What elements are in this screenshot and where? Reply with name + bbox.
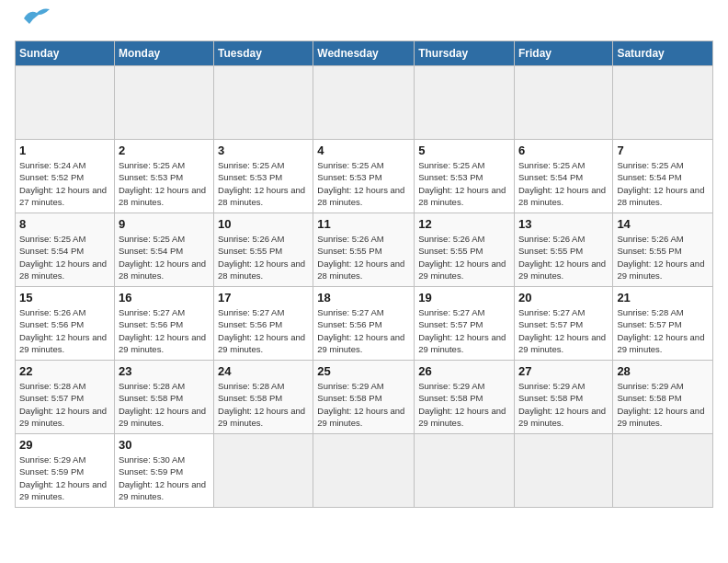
day-number: 3 (218, 144, 309, 157)
calendar-cell: 29Sunrise: 5:29 AMSunset: 5:59 PMDayligh… (16, 434, 115, 508)
day-detail: Sunrise: 5:25 AMSunset: 5:53 PMDaylight:… (317, 159, 410, 208)
day-number: 6 (518, 144, 609, 157)
calendar-cell (415, 66, 515, 140)
day-number: 5 (418, 144, 510, 157)
calendar-cell: 8Sunrise: 5:25 AMSunset: 5:54 PMDaylight… (16, 213, 115, 287)
calendar-cell (313, 434, 415, 508)
day-detail: Sunrise: 5:27 AMSunset: 5:57 PMDaylight:… (418, 306, 510, 355)
day-number: 13 (518, 217, 609, 231)
day-number: 9 (119, 217, 210, 231)
calendar-cell (415, 434, 515, 508)
day-number: 27 (518, 364, 609, 378)
calendar-cell: 21Sunrise: 5:28 AMSunset: 5:57 PMDayligh… (613, 287, 713, 361)
calendar-cell: 1Sunrise: 5:24 AMSunset: 5:52 PMDaylight… (16, 140, 115, 213)
day-number: 10 (218, 217, 309, 231)
calendar-week-row: 29Sunrise: 5:29 AMSunset: 5:59 PMDayligh… (16, 434, 713, 508)
calendar-cell (613, 434, 713, 508)
day-number: 1 (19, 144, 110, 157)
header-wednesday: Wednesday (313, 41, 415, 66)
calendar-cell (313, 66, 415, 140)
calendar-cell (613, 66, 713, 140)
day-detail: Sunrise: 5:25 AMSunset: 5:54 PMDaylight:… (518, 159, 609, 208)
calendar-cell (16, 66, 115, 140)
calendar-cell: 13Sunrise: 5:26 AMSunset: 5:55 PMDayligh… (514, 213, 612, 287)
day-number: 23 (119, 364, 210, 378)
page-header (15, 15, 713, 31)
calendar-cell: 5Sunrise: 5:25 AMSunset: 5:53 PMDaylight… (415, 140, 515, 213)
calendar-cell: 15Sunrise: 5:26 AMSunset: 5:56 PMDayligh… (16, 287, 115, 361)
header-monday: Monday (114, 41, 213, 66)
calendar-cell: 14Sunrise: 5:26 AMSunset: 5:55 PMDayligh… (613, 213, 713, 287)
day-number: 19 (418, 291, 510, 304)
day-detail: Sunrise: 5:27 AMSunset: 5:57 PMDaylight:… (518, 306, 609, 355)
calendar-week-row: 15Sunrise: 5:26 AMSunset: 5:56 PMDayligh… (16, 287, 713, 361)
calendar-cell: 23Sunrise: 5:28 AMSunset: 5:58 PMDayligh… (114, 361, 213, 434)
day-detail: Sunrise: 5:25 AMSunset: 5:53 PMDaylight:… (119, 159, 210, 208)
header-sunday: Sunday (16, 41, 115, 66)
day-number: 28 (617, 364, 709, 378)
calendar-cell: 24Sunrise: 5:28 AMSunset: 5:58 PMDayligh… (214, 361, 313, 434)
calendar-cell: 6Sunrise: 5:25 AMSunset: 5:54 PMDaylight… (514, 140, 612, 213)
day-detail: Sunrise: 5:29 AMSunset: 5:58 PMDaylight:… (317, 380, 410, 429)
calendar-cell: 25Sunrise: 5:29 AMSunset: 5:58 PMDayligh… (313, 361, 415, 434)
calendar-cell: 30Sunrise: 5:30 AMSunset: 5:59 PMDayligh… (114, 434, 213, 508)
day-detail: Sunrise: 5:28 AMSunset: 5:57 PMDaylight:… (617, 306, 709, 355)
day-detail: Sunrise: 5:27 AMSunset: 5:56 PMDaylight:… (119, 306, 210, 355)
calendar-cell: 19Sunrise: 5:27 AMSunset: 5:57 PMDayligh… (415, 287, 515, 361)
day-number: 2 (119, 144, 210, 157)
day-detail: Sunrise: 5:26 AMSunset: 5:55 PMDaylight:… (218, 233, 309, 282)
calendar-cell: 4Sunrise: 5:25 AMSunset: 5:53 PMDaylight… (313, 140, 415, 213)
day-number: 12 (418, 217, 510, 231)
day-detail: Sunrise: 5:24 AMSunset: 5:52 PMDaylight:… (19, 159, 110, 208)
calendar-cell: 17Sunrise: 5:27 AMSunset: 5:56 PMDayligh… (214, 287, 313, 361)
day-detail: Sunrise: 5:26 AMSunset: 5:55 PMDaylight:… (317, 233, 410, 282)
day-number: 25 (317, 364, 410, 378)
calendar-week-row: 1Sunrise: 5:24 AMSunset: 5:52 PMDaylight… (16, 140, 713, 213)
logo (15, 15, 50, 31)
day-detail: Sunrise: 5:29 AMSunset: 5:58 PMDaylight:… (518, 380, 609, 429)
header-friday: Friday (514, 41, 612, 66)
calendar-cell: 18Sunrise: 5:27 AMSunset: 5:56 PMDayligh… (313, 287, 415, 361)
day-number: 11 (317, 217, 410, 231)
calendar-header-row: SundayMondayTuesdayWednesdayThursdayFrid… (16, 41, 713, 66)
day-detail: Sunrise: 5:25 AMSunset: 5:54 PMDaylight:… (19, 233, 110, 282)
calendar-week-row: 8Sunrise: 5:25 AMSunset: 5:54 PMDaylight… (16, 213, 713, 287)
day-number: 8 (19, 217, 110, 231)
calendar-cell: 9Sunrise: 5:25 AMSunset: 5:54 PMDaylight… (114, 213, 213, 287)
day-detail: Sunrise: 5:25 AMSunset: 5:54 PMDaylight:… (617, 159, 709, 208)
day-detail: Sunrise: 5:27 AMSunset: 5:56 PMDaylight:… (317, 306, 410, 355)
day-detail: Sunrise: 5:25 AMSunset: 5:53 PMDaylight:… (418, 159, 510, 208)
calendar-cell: 11Sunrise: 5:26 AMSunset: 5:55 PMDayligh… (313, 213, 415, 287)
calendar-week-row (16, 66, 713, 140)
day-detail: Sunrise: 5:26 AMSunset: 5:56 PMDaylight:… (19, 306, 110, 355)
day-detail: Sunrise: 5:29 AMSunset: 5:58 PMDaylight:… (617, 380, 709, 429)
calendar-cell (214, 434, 313, 508)
logo-bird-icon (17, 6, 50, 31)
day-detail: Sunrise: 5:25 AMSunset: 5:53 PMDaylight:… (218, 159, 309, 208)
day-detail: Sunrise: 5:28 AMSunset: 5:57 PMDaylight:… (19, 380, 110, 429)
calendar-cell (214, 66, 313, 140)
day-number: 22 (19, 364, 110, 378)
calendar-cell: 2Sunrise: 5:25 AMSunset: 5:53 PMDaylight… (114, 140, 213, 213)
day-number: 15 (19, 291, 110, 304)
day-detail: Sunrise: 5:28 AMSunset: 5:58 PMDaylight:… (119, 380, 210, 429)
day-detail: Sunrise: 5:26 AMSunset: 5:55 PMDaylight:… (518, 233, 609, 282)
day-detail: Sunrise: 5:25 AMSunset: 5:54 PMDaylight:… (119, 233, 210, 282)
day-number: 18 (317, 291, 410, 304)
header-saturday: Saturday (613, 41, 713, 66)
day-detail: Sunrise: 5:30 AMSunset: 5:59 PMDaylight:… (119, 454, 210, 502)
calendar-cell: 20Sunrise: 5:27 AMSunset: 5:57 PMDayligh… (514, 287, 612, 361)
calendar-cell: 12Sunrise: 5:26 AMSunset: 5:55 PMDayligh… (415, 213, 515, 287)
day-number: 7 (617, 144, 709, 157)
day-number: 30 (119, 438, 210, 452)
day-number: 21 (617, 291, 709, 304)
day-number: 20 (518, 291, 609, 304)
calendar-cell: 28Sunrise: 5:29 AMSunset: 5:58 PMDayligh… (613, 361, 713, 434)
day-number: 17 (218, 291, 309, 304)
day-number: 24 (218, 364, 309, 378)
day-detail: Sunrise: 5:28 AMSunset: 5:58 PMDaylight:… (218, 380, 309, 429)
calendar-cell: 10Sunrise: 5:26 AMSunset: 5:55 PMDayligh… (214, 213, 313, 287)
day-detail: Sunrise: 5:27 AMSunset: 5:56 PMDaylight:… (218, 306, 309, 355)
calendar-cell (514, 66, 612, 140)
day-detail: Sunrise: 5:29 AMSunset: 5:59 PMDaylight:… (19, 454, 110, 502)
